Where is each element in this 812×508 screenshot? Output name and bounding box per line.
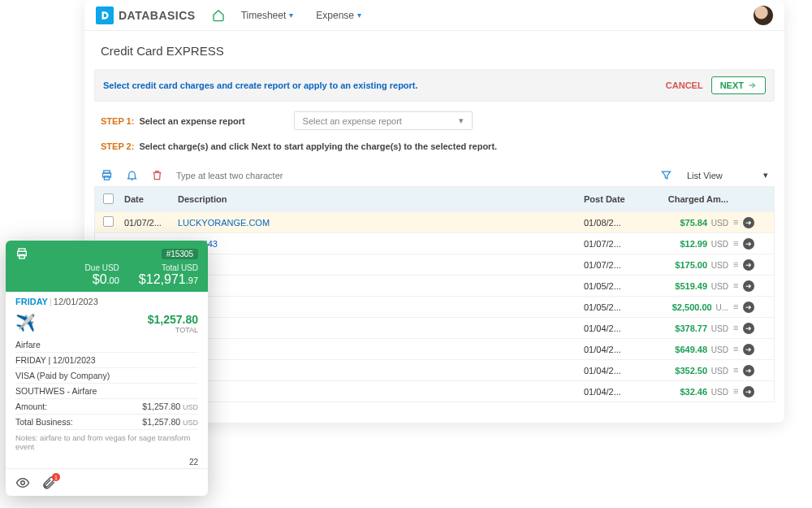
- popup-actions: 1: [6, 468, 208, 496]
- popup-date: FRIDAY|12/01/2023: [6, 292, 208, 311]
- row-arrow-icon[interactable]: ➜: [743, 217, 754, 228]
- svg-point-6: [21, 481, 25, 485]
- row-menu-icon[interactable]: ≡: [733, 217, 738, 227]
- airplane-icon: ✈️: [15, 313, 36, 332]
- row-arrow-icon[interactable]: ➜: [743, 344, 754, 355]
- row-menu-icon[interactable]: ≡: [733, 323, 738, 332]
- logo: [96, 7, 114, 24]
- brand-name: DATABASICS: [119, 9, 196, 22]
- print-icon[interactable]: [101, 169, 113, 181]
- home-icon[interactable]: [212, 9, 225, 22]
- row-menu-icon[interactable]: ≡: [733, 259, 738, 269]
- table-header: Date Description Post Date Charged Am...: [95, 187, 774, 211]
- banner-message: Select credit card charges and create re…: [103, 80, 418, 90]
- row-checkbox[interactable]: [103, 216, 114, 227]
- item-count: 22: [6, 454, 208, 468]
- attachment-badge: 1: [52, 473, 60, 481]
- notes: Notes: airfare to and from vegas for sag…: [15, 429, 198, 454]
- row-menu-icon[interactable]: ≡: [733, 238, 738, 248]
- filter-icon[interactable]: [660, 169, 672, 181]
- row-arrow-icon[interactable]: ➜: [743, 365, 754, 376]
- row-arrow-icon[interactable]: ➜: [743, 323, 754, 334]
- cancel-button[interactable]: CANCEL: [666, 80, 703, 90]
- total-amount: Total USD $12,971.97: [139, 263, 198, 287]
- info-banner: Select credit card charges and create re…: [94, 69, 775, 102]
- row-menu-icon[interactable]: ≡: [733, 344, 738, 354]
- row-menu-icon[interactable]: ≡: [733, 365, 738, 375]
- row-arrow-icon[interactable]: ➜: [743, 386, 754, 397]
- page-title: Credit Card EXPRESS: [84, 31, 784, 69]
- chevron-down-icon: ▾: [289, 11, 293, 20]
- select-all-checkbox[interactable]: [103, 193, 114, 204]
- bell-icon[interactable]: [126, 169, 138, 181]
- popup-header: #15305 Due USD $0.00 Total USD $12,971.9…: [6, 241, 208, 292]
- attachment-icon[interactable]: 1: [41, 475, 56, 490]
- view-select[interactable]: List View▾: [687, 170, 768, 180]
- line-total: ✈️ $1,257.80 TOTAL: [6, 311, 208, 337]
- nav-timesheet[interactable]: Timesheet▾: [241, 10, 294, 21]
- row-menu-icon[interactable]: ≡: [733, 386, 738, 396]
- row-arrow-icon[interactable]: ➜: [743, 259, 754, 271]
- trash-icon[interactable]: [151, 169, 163, 181]
- description-link[interactable]: LUCKYORANGE.COM: [178, 218, 270, 228]
- table-row[interactable]: 01/07/2...LUCKYORANGE.COM01/08/2...$75.8…: [95, 211, 774, 232]
- row-arrow-icon[interactable]: ➜: [743, 238, 754, 250]
- due-amount: Due USD $0.00: [85, 263, 119, 287]
- category-label: Airfare: [15, 340, 41, 350]
- row-arrow-icon[interactable]: ➜: [743, 302, 754, 313]
- view-icon[interactable]: [15, 475, 30, 490]
- payment-method: VISA (Paid by Company): [15, 371, 110, 380]
- toolbar: List View▾: [84, 166, 784, 186]
- step-1: STEP 1: Select an expense report Select …: [101, 111, 768, 130]
- chevron-down-icon: ▾: [357, 11, 361, 20]
- expense-report-select[interactable]: Select an expense report ▾: [294, 111, 473, 130]
- row-arrow-icon[interactable]: ➜: [743, 280, 754, 292]
- report-badge: #15305: [162, 249, 198, 259]
- row-menu-icon[interactable]: ≡: [733, 280, 738, 290]
- next-button[interactable]: NEXT: [711, 76, 766, 94]
- chevron-down-icon: ▾: [459, 115, 464, 126]
- vendor: SOUTHWES - Airfare: [15, 386, 97, 396]
- row-menu-icon[interactable]: ≡: [733, 302, 738, 311]
- topbar: DATABASICS Timesheet▾ Expense▾: [84, 0, 784, 31]
- expense-detail-popup: #15305 Due USD $0.00 Total USD $12,971.9…: [6, 241, 208, 496]
- nav-expense[interactable]: Expense▾: [316, 10, 361, 21]
- avatar[interactable]: [754, 6, 773, 25]
- print-icon[interactable]: [15, 247, 28, 260]
- search-input[interactable]: [176, 171, 322, 180]
- steps: STEP 1: Select an expense report Select …: [84, 102, 784, 166]
- chevron-down-icon: ▾: [763, 170, 768, 180]
- step-2: STEP 2: Select charge(s) and click Next …: [101, 141, 768, 151]
